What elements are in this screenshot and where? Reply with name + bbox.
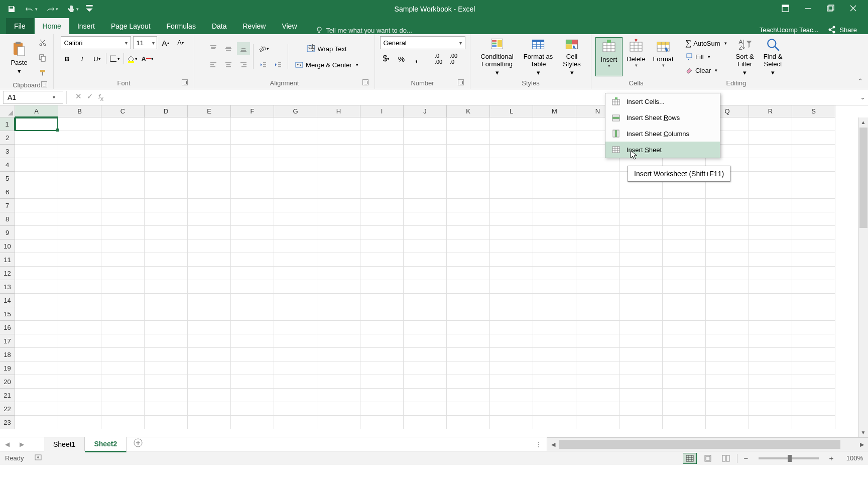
cell[interactable]	[663, 348, 706, 361]
column-header[interactable]: L	[490, 105, 533, 117]
cell[interactable]	[101, 280, 145, 294]
cell[interactable]	[706, 416, 749, 429]
formula-input[interactable]	[109, 93, 857, 101]
normal-view-button[interactable]	[683, 453, 697, 464]
cell[interactable]	[231, 226, 274, 239]
cell[interactable]	[231, 348, 274, 361]
number-launcher[interactable]	[458, 79, 464, 85]
zoom-out-button[interactable]: −	[741, 454, 751, 462]
cell[interactable]	[533, 416, 576, 429]
border-button[interactable]: ▾	[108, 52, 121, 65]
cell[interactable]	[404, 253, 447, 267]
column-header[interactable]: D	[145, 105, 188, 117]
cell[interactable]	[188, 321, 231, 334]
sheet-nav-prev[interactable]: ◀	[0, 441, 15, 448]
menu-insert-cells[interactable]: Insert Cells...	[605, 93, 720, 109]
cell[interactable]	[101, 361, 145, 375]
cell[interactable]	[15, 145, 58, 158]
cell[interactable]	[576, 267, 619, 280]
cell[interactable]	[533, 321, 576, 334]
cell[interactable]	[447, 321, 490, 334]
cell[interactable]	[145, 267, 188, 280]
row-header[interactable]: 19	[0, 361, 15, 375]
tab-file[interactable]: File	[6, 18, 34, 34]
cell[interactable]	[231, 117, 274, 131]
orientation-button[interactable]: ab▾	[257, 42, 270, 55]
cell[interactable]	[145, 212, 188, 226]
tab-formulas[interactable]: Formulas	[159, 18, 204, 34]
row-header[interactable]: 2	[0, 131, 15, 145]
cell[interactable]	[404, 117, 447, 131]
cell[interactable]	[490, 402, 533, 416]
cell[interactable]	[231, 334, 274, 348]
cell[interactable]	[576, 172, 619, 185]
cell[interactable]	[404, 361, 447, 375]
cell[interactable]	[231, 199, 274, 212]
cell[interactable]	[663, 307, 706, 321]
cell[interactable]	[576, 253, 619, 267]
cell[interactable]	[360, 348, 404, 361]
bold-button[interactable]: B	[61, 52, 74, 65]
cell[interactable]	[663, 389, 706, 402]
page-layout-view-button[interactable]	[701, 453, 715, 464]
cell[interactable]	[576, 389, 619, 402]
cell[interactable]	[231, 212, 274, 226]
column-header[interactable]: A	[15, 105, 58, 117]
cell[interactable]	[619, 389, 663, 402]
cell[interactable]	[231, 361, 274, 375]
column-header[interactable]: I	[360, 105, 404, 117]
close-button[interactable]	[847, 3, 859, 16]
cell[interactable]	[792, 239, 835, 253]
undo-button[interactable]	[24, 4, 35, 15]
cell[interactable]	[490, 212, 533, 226]
cell[interactable]	[706, 226, 749, 239]
collapse-ribbon-icon[interactable]: ⌃	[857, 77, 863, 85]
fill-button[interactable]: Fill▾	[685, 51, 727, 63]
cell[interactable]	[188, 375, 231, 389]
insert-function-button[interactable]: fx	[98, 92, 103, 102]
cell[interactable]	[663, 253, 706, 267]
increase-decimal-button[interactable]: .0.00	[432, 52, 445, 65]
cell[interactable]	[274, 267, 317, 280]
row-header[interactable]: 8	[0, 212, 15, 226]
cell[interactable]	[15, 361, 58, 375]
cell[interactable]	[317, 117, 360, 131]
scroll-right-icon[interactable]: ▶	[856, 441, 868, 448]
row-header[interactable]: 12	[0, 267, 15, 280]
cell[interactable]	[749, 280, 792, 294]
align-center-button[interactable]	[222, 58, 235, 71]
cell[interactable]	[749, 267, 792, 280]
sheet-tab-1[interactable]: Sheet1	[44, 437, 85, 451]
cell[interactable]	[15, 348, 58, 361]
zoom-slider[interactable]	[759, 457, 819, 459]
conditional-formatting-button[interactable]: Conditional Formatting▾	[474, 37, 520, 76]
cell[interactable]	[663, 375, 706, 389]
cell[interactable]	[490, 131, 533, 145]
cell[interactable]	[576, 416, 619, 429]
column-header[interactable]: F	[231, 105, 274, 117]
cell[interactable]	[101, 226, 145, 239]
cell[interactable]	[533, 131, 576, 145]
cell[interactable]	[404, 185, 447, 199]
cell[interactable]	[101, 117, 145, 131]
cell[interactable]	[533, 226, 576, 239]
cell[interactable]	[792, 185, 835, 199]
cell[interactable]	[706, 267, 749, 280]
cell[interactable]	[15, 280, 58, 294]
cell[interactable]	[749, 199, 792, 212]
cell[interactable]	[749, 361, 792, 375]
cell[interactable]	[490, 348, 533, 361]
menu-insert-sheet[interactable]: Insert Sheet	[605, 142, 720, 158]
redo-button[interactable]	[45, 4, 56, 15]
cell[interactable]	[490, 334, 533, 348]
merge-center-button[interactable]: Merge & Center▾	[291, 58, 362, 71]
paste-button[interactable]: Paste ▾	[4, 38, 34, 77]
row-header[interactable]: 14	[0, 294, 15, 307]
cell[interactable]	[231, 158, 274, 172]
align-top-button[interactable]	[207, 42, 220, 55]
share-button[interactable]: Share	[827, 25, 857, 34]
scroll-up-icon[interactable]: ▲	[858, 117, 868, 127]
cell[interactable]	[447, 172, 490, 185]
cell[interactable]	[360, 361, 404, 375]
font-launcher[interactable]	[182, 79, 188, 85]
